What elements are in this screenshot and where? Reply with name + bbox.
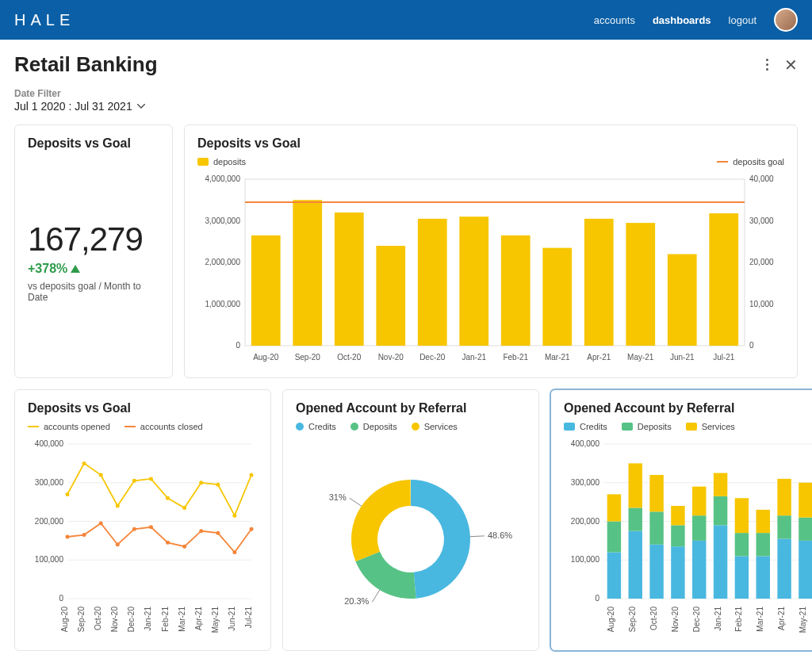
svg-rect-119 [756, 556, 770, 599]
nav-logout[interactable]: logout [729, 14, 756, 26]
legend-credits: Credits [580, 422, 607, 431]
svg-rect-127 [799, 483, 812, 518]
line-chart-svg: 0100,000200,000300,000400,000Aug-20Sep-2… [28, 436, 258, 642]
close-icon[interactable]: ✕ [784, 56, 798, 75]
svg-rect-11 [251, 235, 281, 346]
svg-text:Oct-20: Oct-20 [649, 607, 658, 630]
svg-rect-100 [607, 494, 621, 521]
svg-text:Jul-21: Jul-21 [713, 353, 735, 362]
svg-rect-117 [735, 533, 749, 556]
svg-text:May-21: May-21 [799, 607, 807, 634]
chart-title: Deposits vs Goal [28, 401, 258, 415]
svg-point-53 [182, 506, 186, 510]
svg-text:Nov-20: Nov-20 [671, 607, 680, 633]
more-menu-icon[interactable] [766, 59, 768, 71]
svg-rect-105 [649, 511, 663, 544]
legend-deposits: deposits [213, 157, 246, 167]
svg-text:0: 0 [749, 341, 754, 350]
svg-text:20,000: 20,000 [749, 258, 774, 266]
svg-rect-14 [376, 246, 405, 346]
chart-card-referral-stacked[interactable]: Opened Account by Referral Credits Depos… [550, 389, 812, 651]
svg-point-54 [199, 480, 203, 484]
svg-text:Sep-20: Sep-20 [628, 607, 637, 633]
svg-text:31%: 31% [329, 492, 347, 502]
svg-text:Nov-20: Nov-20 [110, 607, 119, 633]
kpi-delta: +378% [28, 262, 159, 276]
svg-text:Jun-21: Jun-21 [228, 607, 236, 631]
date-filter-value: Jul 1 2020 : Jul 31 2021 [14, 100, 132, 113]
svg-text:300,000: 300,000 [571, 478, 600, 487]
svg-point-57 [250, 473, 254, 477]
svg-text:0: 0 [236, 341, 240, 350]
svg-rect-120 [756, 533, 770, 556]
svg-point-63 [149, 525, 153, 529]
svg-rect-122 [777, 538, 791, 599]
svg-text:Feb-21: Feb-21 [161, 607, 170, 632]
svg-point-46 [66, 492, 70, 496]
legend-closed: accounts closed [140, 422, 203, 431]
svg-rect-125 [799, 541, 812, 599]
date-filter[interactable]: Date Filter Jul 1 2020 : Jul 31 2021 [14, 88, 798, 113]
nav-dashboards[interactable]: dashboards [653, 14, 711, 26]
svg-text:Oct-20: Oct-20 [337, 353, 361, 362]
svg-point-59 [82, 533, 86, 537]
svg-text:300,000: 300,000 [35, 478, 64, 487]
legend-deposits: Deposits [363, 422, 397, 431]
up-triangle-icon [71, 265, 80, 273]
svg-text:Mar-21: Mar-21 [756, 607, 764, 632]
svg-rect-16 [459, 216, 488, 346]
svg-text:4,000,000: 4,000,000 [205, 174, 241, 183]
svg-point-69 [250, 527, 254, 531]
svg-rect-15 [418, 219, 447, 346]
svg-point-58 [66, 535, 70, 539]
nav-accounts[interactable]: accounts [594, 14, 635, 26]
legend-deposits: Deposits [638, 422, 672, 431]
svg-text:Dec-20: Dec-20 [419, 353, 446, 362]
svg-point-47 [82, 461, 86, 465]
svg-text:40,000: 40,000 [749, 174, 774, 183]
date-filter-label: Date Filter [14, 88, 798, 99]
chart-card-accounts-line[interactable]: Deposits vs Goal accounts opened account… [14, 389, 271, 651]
svg-point-60 [99, 521, 103, 525]
chart-card-referral-donut[interactable]: Opened Account by Referral Credits Depos… [282, 389, 539, 651]
chart-title: Opened Account by Referral [296, 401, 526, 415]
svg-text:100,000: 100,000 [571, 555, 600, 564]
svg-line-84 [372, 590, 379, 602]
legend-services: Services [702, 422, 735, 431]
svg-point-66 [199, 529, 203, 533]
svg-rect-21 [668, 255, 697, 346]
svg-text:1,000,000: 1,000,000 [205, 300, 241, 308]
svg-text:Oct-20: Oct-20 [94, 607, 102, 630]
kpi-card-deposits-vs-goal[interactable]: Deposits vs Goal 167,279 +378% vs deposi… [14, 124, 173, 378]
svg-text:Sep-20: Sep-20 [295, 353, 321, 362]
svg-text:Mar-21: Mar-21 [178, 607, 186, 632]
svg-text:Mar-21: Mar-21 [545, 353, 570, 362]
svg-rect-20 [626, 223, 655, 346]
donut-chart-svg: 48.6%20.3%31% [296, 436, 526, 634]
svg-text:Jan-21: Jan-21 [714, 607, 722, 631]
svg-text:Feb-21: Feb-21 [503, 353, 528, 362]
svg-rect-19 [584, 219, 614, 346]
svg-rect-17 [501, 235, 530, 346]
svg-text:0: 0 [59, 594, 63, 603]
svg-rect-12 [293, 200, 322, 346]
svg-rect-104 [649, 545, 663, 599]
svg-text:400,000: 400,000 [35, 439, 64, 448]
svg-text:400,000: 400,000 [571, 439, 600, 448]
svg-text:Dec-20: Dec-20 [692, 607, 701, 633]
svg-rect-114 [714, 496, 727, 526]
svg-text:20.3%: 20.3% [344, 596, 369, 606]
svg-text:Feb-21: Feb-21 [734, 607, 743, 632]
svg-line-86 [350, 498, 362, 506]
svg-rect-110 [692, 541, 706, 599]
kpi-subtext: vs deposits goal / Month to Date [28, 281, 159, 303]
svg-rect-109 [671, 506, 684, 525]
chart-card-deposits-bar[interactable]: Deposits vs Goal deposits deposits goal … [184, 124, 798, 378]
svg-point-61 [116, 542, 120, 546]
svg-text:200,000: 200,000 [571, 517, 600, 526]
avatar[interactable] [774, 8, 798, 32]
svg-text:0: 0 [595, 594, 599, 603]
svg-rect-121 [756, 510, 770, 533]
svg-line-82 [470, 536, 485, 537]
bar-chart-svg: 01,000,0002,000,0003,000,0004,000,000010… [197, 171, 784, 369]
